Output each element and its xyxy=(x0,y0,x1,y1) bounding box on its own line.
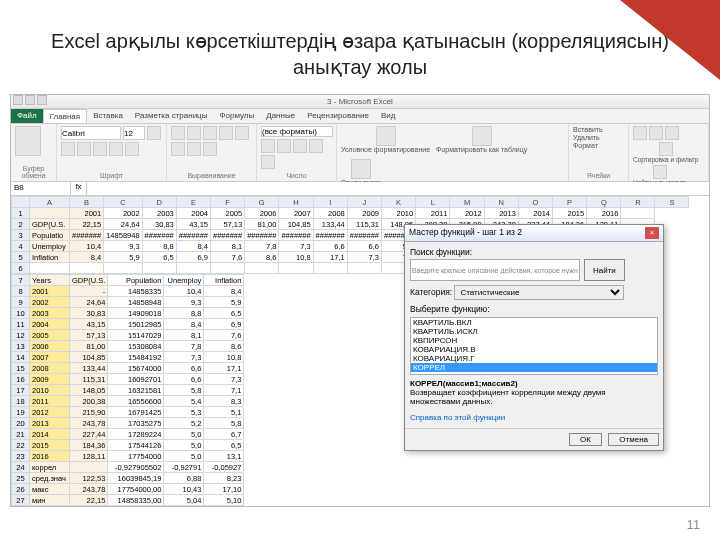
inc-dec-icon[interactable] xyxy=(309,139,323,153)
fill-icon[interactable] xyxy=(649,126,663,140)
slide-corner-accent xyxy=(620,0,720,80)
function-option[interactable]: КОВАРИАЦИЯ.Г xyxy=(411,354,657,363)
autosum-icon[interactable] xyxy=(633,126,647,140)
align-center-icon[interactable] xyxy=(171,142,185,156)
clear-icon[interactable] xyxy=(665,126,679,140)
window-title: 3 - Microsoft Excel xyxy=(11,95,709,109)
function-description: Возвращает коэффициент корреляции между … xyxy=(410,388,606,406)
name-box[interactable]: B8 xyxy=(11,182,71,195)
dialog-title: Мастер функций - шаг 1 из 2 xyxy=(409,227,522,239)
tab-insert[interactable]: Вставка xyxy=(87,109,129,123)
bold-icon[interactable] xyxy=(147,126,161,140)
comma-icon[interactable] xyxy=(293,139,307,153)
quick-access-toolbar xyxy=(13,95,47,105)
group-cells: Ячейки xyxy=(573,172,624,179)
align-bot-icon[interactable] xyxy=(203,126,217,140)
dec-dec-icon[interactable] xyxy=(261,155,275,169)
align-right-icon[interactable] xyxy=(187,142,201,156)
format-table-button[interactable]: Форматировать как таблицу xyxy=(436,126,527,153)
category-label: Категория: xyxy=(410,287,452,297)
group-clipboard: Буфер обмена xyxy=(15,165,52,179)
tab-review[interactable]: Рецензирование xyxy=(301,109,375,123)
font-size-input[interactable] xyxy=(123,126,145,140)
funclist-label: Выберите функцию: xyxy=(410,304,658,314)
page-number: 11 xyxy=(687,518,700,532)
group-number: Число xyxy=(261,172,332,179)
sort-filter-button[interactable]: Сортировка и фильтр xyxy=(633,142,698,163)
tab-data[interactable]: Данные xyxy=(260,109,301,123)
function-option[interactable]: КВАРТИЛЬ.ИСКЛ xyxy=(411,327,657,336)
align-left-icon[interactable] xyxy=(235,126,249,140)
font-color-icon[interactable] xyxy=(125,142,139,156)
category-select[interactable]: Статистические xyxy=(454,285,624,300)
function-option[interactable]: ЛГРФПРИБЛ xyxy=(411,372,657,375)
percent-icon[interactable] xyxy=(277,139,291,153)
redo-icon[interactable] xyxy=(37,95,47,105)
function-option[interactable]: КВАРТИЛЬ.ВКЛ xyxy=(411,318,657,327)
font-name-input[interactable] xyxy=(61,126,121,140)
italic-icon[interactable] xyxy=(61,142,75,156)
function-option[interactable]: КОВАРИАЦИЯ.В xyxy=(411,345,657,354)
insert-cells-button[interactable]: Вставить xyxy=(573,126,624,133)
delete-cells-button[interactable]: Удалить xyxy=(573,134,624,141)
tab-formulas[interactable]: Формулы xyxy=(213,109,260,123)
undo-icon[interactable] xyxy=(25,95,35,105)
group-align: Выравнивание xyxy=(171,172,252,179)
number-format-input[interactable] xyxy=(261,126,333,137)
align-mid-icon[interactable] xyxy=(187,126,201,140)
function-syntax: КОРРЕЛ(массив1;массив2) xyxy=(410,379,658,388)
format-cells-button[interactable]: Формат xyxy=(573,142,624,149)
function-wizard-dialog: Мастер функций - шаг 1 из 2 × Поиск функ… xyxy=(404,224,664,451)
group-font: Шрифт xyxy=(61,172,162,179)
align-top-icon[interactable] xyxy=(171,126,185,140)
search-button[interactable]: Найти xyxy=(584,259,625,281)
fill-color-icon[interactable] xyxy=(109,142,123,156)
slide-title: Excel арқылы көрсеткіштердің өзара қатын… xyxy=(0,0,720,90)
tab-home[interactable]: Главная xyxy=(43,109,87,123)
help-link[interactable]: Справка по этой функции xyxy=(405,411,663,424)
formula-input[interactable] xyxy=(87,182,709,195)
cancel-button[interactable]: Отмена xyxy=(608,433,659,446)
close-icon[interactable]: × xyxy=(645,227,659,239)
function-listbox[interactable]: КВАРТИЛЬ.ВКЛКВАРТИЛЬ.ИСКЛКВПИРСОНКОВАРИА… xyxy=(410,317,658,375)
paste-icon[interactable] xyxy=(15,126,41,156)
search-label: Поиск функции: xyxy=(410,247,658,257)
lower-data-table: 7YearsGDP(U.S.PopulationUnemployInflatio… xyxy=(11,274,244,506)
search-input[interactable] xyxy=(410,259,580,281)
wrap-icon[interactable] xyxy=(219,126,233,140)
conditional-format-button[interactable]: Условное форматирование xyxy=(341,126,430,153)
formula-bar: B8 fx xyxy=(11,182,709,196)
function-option[interactable]: КОРРЕЛ xyxy=(411,363,657,372)
merge-icon[interactable] xyxy=(203,142,217,156)
tab-file[interactable]: Файл xyxy=(11,109,43,123)
ribbon: Буфер обмена Шрифт Выравнивание xyxy=(11,124,709,182)
tab-view[interactable]: Вид xyxy=(375,109,401,123)
fx-icon[interactable]: fx xyxy=(71,182,87,195)
ok-button[interactable]: ОК xyxy=(569,433,602,446)
currency-icon[interactable] xyxy=(261,139,275,153)
save-icon[interactable] xyxy=(13,95,23,105)
ribbon-tabs: Файл Главная Вставка Разметка страницы Ф… xyxy=(11,109,709,124)
excel-window: 3 - Microsoft Excel Файл Главная Вставка… xyxy=(10,94,710,507)
border-icon[interactable] xyxy=(93,142,107,156)
tab-page-layout[interactable]: Разметка страницы xyxy=(129,109,214,123)
function-option[interactable]: КВПИРСОН xyxy=(411,336,657,345)
underline-icon[interactable] xyxy=(77,142,91,156)
